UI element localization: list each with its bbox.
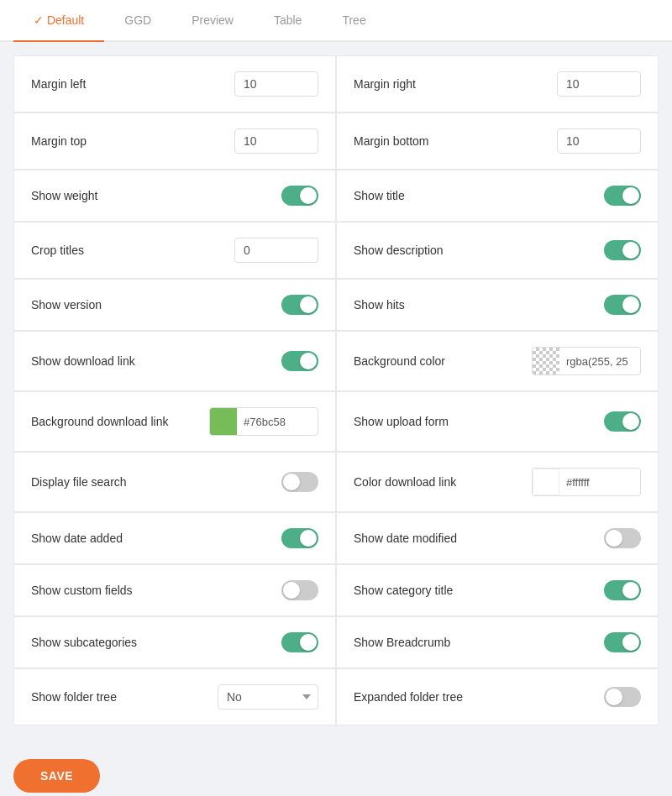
- number-input-left-row0[interactable]: [234, 71, 318, 97]
- card-right-row2: Show title: [336, 170, 659, 222]
- color-field-right-row5[interactable]: [532, 347, 641, 375]
- card-right-row4: Show hits: [336, 279, 659, 331]
- label-right-row0: Margin right: [354, 77, 416, 91]
- tab-default[interactable]: ✓ Default: [13, 0, 104, 42]
- label-right-row11: Expanded folder tree: [354, 690, 463, 704]
- tab-ggd[interactable]: GGD: [104, 0, 171, 42]
- color-swatch-checker: [533, 348, 559, 374]
- toggle-right-row3[interactable]: [604, 240, 641, 260]
- card-left-row10: Show subcategories: [13, 616, 336, 668]
- color-field-right-row7[interactable]: [532, 468, 641, 496]
- label-right-row5: Background color: [354, 354, 445, 368]
- label-left-row3: Crop titles: [31, 244, 84, 257]
- tab-tree[interactable]: Tree: [322, 0, 386, 42]
- card-right-row7: Color download link: [336, 452, 659, 512]
- card-right-row1: Margin bottom: [336, 113, 659, 170]
- label-left-row9: Show custom fields: [31, 584, 133, 597]
- label-right-row3: Show description: [354, 244, 444, 257]
- select-left-row11[interactable]: NoYes: [218, 684, 318, 710]
- tabs-bar: ✓ Default GGD Preview Table Tree: [0, 0, 672, 42]
- card-left-row3: Crop titles: [13, 222, 336, 279]
- color-text-input[interactable]: [559, 355, 640, 368]
- card-left-row5: Show download link: [13, 331, 336, 391]
- label-left-row7: Display file search: [31, 475, 127, 489]
- card-right-row5: Background color: [336, 331, 659, 391]
- toggle-right-row2[interactable]: [604, 186, 641, 206]
- card-right-row3: Show description: [336, 222, 659, 279]
- label-right-row1: Margin bottom: [354, 134, 428, 148]
- label-left-row6: Background download link: [31, 415, 168, 428]
- color-text-input[interactable]: [559, 476, 640, 489]
- label-right-row6: Show upload form: [354, 415, 449, 428]
- card-right-row10: Show Breadcrumb: [336, 616, 659, 668]
- color-text-input[interactable]: [237, 416, 318, 428]
- number-input-left-row1[interactable]: [234, 128, 318, 154]
- settings-grid: Margin leftMargin rightMargin topMargin …: [13, 55, 659, 725]
- card-left-row2: Show weight: [13, 170, 336, 222]
- card-right-row11: Expanded folder tree: [336, 668, 659, 725]
- card-right-row0: Margin right: [336, 55, 659, 113]
- toggle-left-row5[interactable]: [281, 351, 318, 371]
- toggle-left-row4[interactable]: [281, 295, 318, 315]
- label-right-row7: Color download link: [354, 475, 456, 489]
- color-swatch: [210, 408, 237, 435]
- number-input-right-row1[interactable]: [557, 128, 641, 154]
- toggle-left-row2[interactable]: [281, 186, 318, 206]
- toggle-left-row7[interactable]: [281, 472, 318, 492]
- label-left-row8: Show date added: [31, 532, 123, 545]
- label-left-row1: Margin top: [31, 134, 87, 148]
- toggle-right-row11[interactable]: [604, 687, 641, 707]
- label-right-row10: Show Breadcrumb: [354, 636, 450, 649]
- card-left-row7: Display file search: [13, 452, 336, 512]
- card-left-row1: Margin top: [13, 113, 336, 170]
- footer: SAVE: [0, 739, 672, 796]
- card-right-row6: Show upload form: [336, 391, 659, 452]
- color-swatch-white: [533, 469, 559, 495]
- card-left-row4: Show version: [13, 279, 336, 331]
- number-input-right-row0[interactable]: [557, 71, 641, 97]
- save-button[interactable]: SAVE: [13, 759, 100, 793]
- label-left-row0: Margin left: [31, 77, 86, 91]
- card-left-row0: Margin left: [13, 55, 336, 113]
- label-left-row11: Show folder tree: [31, 690, 117, 704]
- toggle-right-row6[interactable]: [604, 411, 641, 432]
- card-right-row9: Show category title: [336, 564, 659, 616]
- toggle-left-row9[interactable]: [281, 580, 318, 600]
- tab-preview[interactable]: Preview: [171, 0, 254, 42]
- card-left-row8: Show date added: [13, 512, 336, 564]
- tab-table[interactable]: Table: [254, 0, 322, 42]
- label-right-row2: Show title: [354, 189, 405, 202]
- card-left-row9: Show custom fields: [13, 564, 336, 616]
- label-right-row8: Show date modified: [354, 532, 457, 545]
- label-left-row5: Show download link: [31, 354, 135, 368]
- toggle-right-row4[interactable]: [604, 295, 641, 315]
- card-left-row11: Show folder treeNoYes: [13, 668, 336, 725]
- card-left-row6: Background download link: [13, 391, 336, 452]
- toggle-right-row8[interactable]: [604, 528, 641, 548]
- toggle-left-row8[interactable]: [281, 528, 318, 548]
- label-left-row2: Show weight: [31, 189, 97, 202]
- toggle-right-row10[interactable]: [604, 632, 641, 652]
- color-field-left-row6[interactable]: [209, 407, 318, 436]
- toggle-left-row10[interactable]: [281, 632, 318, 652]
- label-right-row4: Show hits: [354, 298, 405, 312]
- label-right-row9: Show category title: [354, 584, 453, 597]
- label-left-row4: Show version: [31, 298, 102, 312]
- main-content: Margin leftMargin rightMargin topMargin …: [0, 42, 672, 739]
- card-right-row8: Show date modified: [336, 512, 659, 564]
- number-input-left-row3[interactable]: [234, 238, 318, 263]
- toggle-right-row9[interactable]: [604, 580, 641, 600]
- label-left-row10: Show subcategories: [31, 636, 137, 649]
